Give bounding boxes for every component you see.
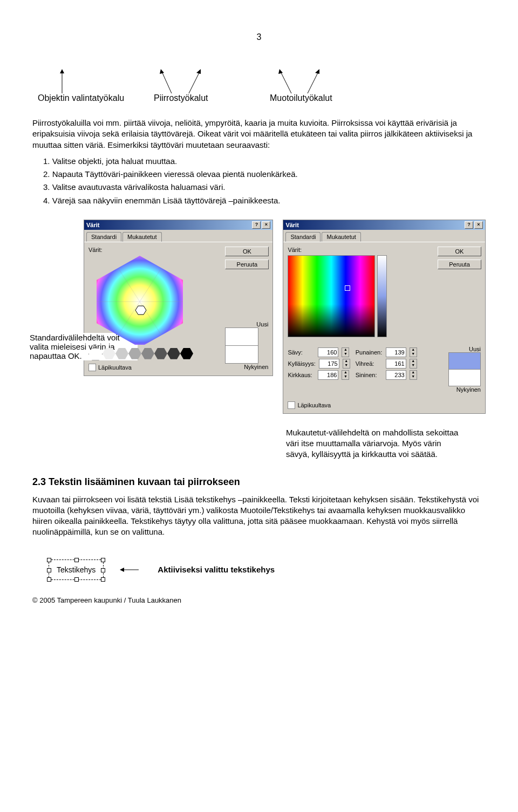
blue-spinner[interactable]: ▲▼ — [410, 370, 417, 380]
blue-label: Sininen: — [356, 372, 383, 378]
colors-label-2: Värit: — [288, 247, 433, 253]
red-label: Punainen: — [356, 349, 383, 356]
section-2-3-heading: 2.3 Tekstin lisääminen kuvaan tai piirro… — [32, 476, 486, 488]
current-color-swatch — [225, 346, 258, 364]
lum-input[interactable]: 186 — [318, 370, 338, 380]
current-label-2: Nykyinen — [448, 386, 481, 393]
colors-dialog-custom: Värit ? × Standardi Mukautetut Värit: — [283, 220, 486, 414]
step-1: Valitse objekti, jota haluat muuttaa. — [43, 156, 486, 167]
steps-list: Valitse objekti, jota haluat muuttaa. Na… — [43, 156, 486, 206]
svg-marker-5 — [196, 69, 201, 74]
custom-tab-callout: Mukautetut-välilehdeltä on mahdollista s… — [286, 427, 464, 460]
intro-paragraph: Piirrostyökaluilla voi mm. piirtää viivo… — [32, 118, 486, 151]
current-label: Nykyinen — [225, 364, 268, 370]
step-3: Valitse avautuvasta värivalikosta haluam… — [43, 182, 486, 193]
transparent-label: Läpikuultava — [98, 364, 132, 371]
ok-button-2[interactable]: OK — [438, 247, 481, 256]
svg-marker-3 — [160, 69, 164, 74]
svg-line-8 — [308, 72, 318, 93]
blue-input[interactable]: 233 — [386, 370, 406, 380]
cancel-button-2[interactable]: Peruuta — [438, 260, 481, 269]
svg-marker-10 — [97, 256, 183, 345]
page-number: 3 — [32, 32, 486, 42]
tab-standard[interactable]: Standardi — [86, 232, 121, 242]
red-spinner[interactable]: ▲▼ — [410, 347, 417, 357]
current-color-swatch-2 — [448, 370, 481, 386]
green-label: Vihreä: — [356, 360, 383, 367]
ok-button[interactable]: OK — [225, 247, 269, 256]
sat-input[interactable]: 175 — [319, 359, 339, 369]
hue-label: Sävy: — [288, 349, 315, 356]
step-4: Värejä saa näkyviin enemmän Lisää täyttö… — [43, 195, 486, 206]
drawing-tools-label: Piirrostyökalut — [154, 93, 208, 103]
gradient-color-picker[interactable] — [288, 255, 375, 337]
lum-label: Kirkkaus: — [288, 372, 315, 378]
textframe-text: Tekstikehys — [57, 565, 96, 574]
hue-spinner[interactable]: ▲▼ — [342, 347, 349, 357]
picker-crosshair[interactable] — [345, 285, 350, 291]
new-color-swatch — [225, 327, 258, 346]
section-2-3-body: Kuvaan tai piirrokseen voi lisätä teksti… — [32, 494, 486, 538]
new-label: Uusi — [225, 321, 268, 327]
arrow-icon — [120, 562, 141, 578]
sat-spinner[interactable]: ▲▼ — [343, 359, 350, 369]
green-input[interactable]: 161 — [386, 359, 406, 369]
transparent-checkbox[interactable] — [88, 364, 96, 371]
selection-tool-label: Objektin valintatyökalu — [38, 93, 124, 103]
green-spinner[interactable]: ▲▼ — [410, 359, 417, 369]
svg-line-2 — [162, 72, 172, 93]
tab-custom-2[interactable]: Mukautetut — [322, 232, 360, 242]
grayscale-row[interactable] — [88, 348, 220, 360]
svg-marker-1 — [60, 69, 64, 73]
cancel-button[interactable]: Peruuta — [225, 260, 269, 269]
svg-line-4 — [189, 72, 200, 93]
help-button[interactable]: ? — [252, 221, 261, 229]
close-button-2[interactable]: × — [474, 221, 483, 229]
footer-copyright: © 2005 Tampereen kaupunki / Tuula Laukka… — [32, 596, 486, 604]
close-button[interactable]: × — [262, 221, 270, 229]
svg-marker-9 — [315, 69, 319, 74]
new-label-2: Uusi — [448, 346, 481, 352]
svg-line-6 — [281, 72, 291, 93]
colors-label: Värit: — [88, 247, 220, 253]
hex-color-picker[interactable] — [88, 253, 191, 345]
formatting-tools-label: Muotoilutyökalut — [270, 93, 332, 103]
dialog-title: Värit — [86, 222, 99, 228]
red-input[interactable]: 139 — [386, 347, 406, 357]
textframe-callout: Aktiiviseksi valittu tekstikehys — [158, 564, 275, 575]
transparent-checkbox-2[interactable] — [288, 401, 295, 409]
transparent-label-2: Läpikuultava — [297, 402, 331, 408]
svg-marker-16 — [120, 568, 124, 572]
dialog-title-2: Värit — [285, 222, 298, 228]
tab-standard-2[interactable]: Standardi — [285, 232, 321, 242]
luminance-slider[interactable] — [377, 255, 387, 337]
tab-custom[interactable]: Mukautetut — [122, 232, 161, 242]
svg-marker-14 — [135, 306, 146, 315]
help-button-2[interactable]: ? — [465, 221, 473, 229]
sat-label: Kylläisyys: — [288, 360, 315, 367]
svg-marker-7 — [278, 69, 283, 74]
hue-input[interactable]: 160 — [318, 347, 338, 357]
colors-dialog-standard: Värit ? × Standardi Mukautetut Värit: — [84, 220, 273, 376]
new-color-swatch-2 — [448, 352, 481, 370]
lum-spinner[interactable]: ▲▼ — [342, 370, 349, 380]
textframe-sample[interactable]: Tekstikehys — [49, 559, 104, 580]
step-2: Napauta Täyttöväri-painikkeen vieressä o… — [43, 169, 486, 180]
